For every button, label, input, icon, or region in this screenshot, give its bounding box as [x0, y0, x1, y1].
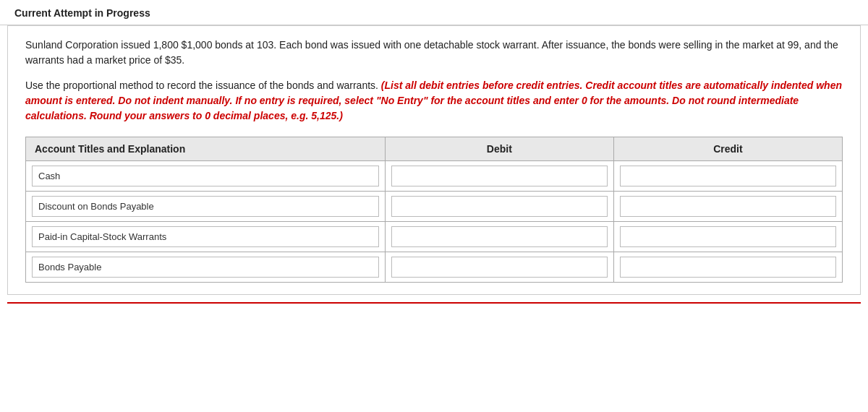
- table-row: [26, 161, 843, 192]
- credit-input-3[interactable]: [620, 257, 836, 278]
- table-row: [26, 222, 843, 252]
- page-header-title: Current Attempt in Progress: [14, 7, 150, 19]
- account-cell-2: [26, 222, 386, 252]
- col-header-account: Account Titles and Explanation: [26, 137, 386, 161]
- account-input-2[interactable]: [32, 226, 379, 247]
- debit-cell-3: [385, 252, 613, 283]
- debit-cell-1: [385, 192, 613, 222]
- col-header-debit: Debit: [385, 137, 613, 161]
- debit-input-1[interactable]: [391, 196, 608, 217]
- instruction-text: Use the proportional method to record th…: [25, 78, 843, 124]
- debit-input-2[interactable]: [391, 226, 608, 247]
- account-cell-1: [26, 192, 386, 222]
- col-header-credit: Credit: [613, 137, 842, 161]
- account-input-3[interactable]: [32, 257, 379, 278]
- credit-cell-1: [613, 192, 842, 222]
- credit-cell-2: [613, 222, 842, 252]
- debit-cell-0: [385, 161, 613, 192]
- page-header: Current Attempt in Progress: [0, 0, 868, 25]
- debit-input-3[interactable]: [391, 257, 608, 278]
- credit-cell-3: [613, 252, 842, 283]
- credit-input-2[interactable]: [620, 226, 836, 247]
- credit-input-0[interactable]: [620, 166, 836, 186]
- instruction-normal: Use the proportional method to record th…: [25, 80, 378, 91]
- account-cell-0: [26, 161, 386, 192]
- bottom-border-line: [7, 302, 861, 304]
- account-cell-3: [26, 252, 386, 283]
- main-content: Sunland Corporation issued 1,800 $1,000 …: [7, 25, 861, 295]
- account-input-1[interactable]: [32, 196, 379, 217]
- problem-text: Sunland Corporation issued 1,800 $1,000 …: [25, 38, 843, 68]
- debit-input-0[interactable]: [391, 166, 608, 186]
- account-input-0[interactable]: [32, 166, 379, 186]
- table-row: [26, 252, 843, 283]
- table-row: [26, 192, 843, 222]
- credit-input-1[interactable]: [620, 196, 836, 217]
- journal-table: Account Titles and Explanation Debit Cre…: [25, 137, 843, 283]
- credit-cell-0: [613, 161, 842, 192]
- debit-cell-2: [385, 222, 613, 252]
